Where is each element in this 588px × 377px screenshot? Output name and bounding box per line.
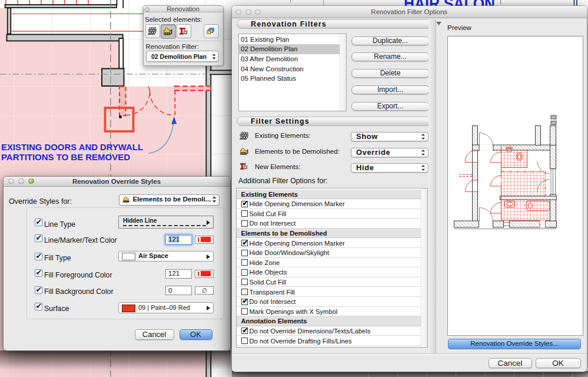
svg-text:EXISTING DOORS AND DRYWALL: EXISTING DOORS AND DRYWALL xyxy=(1,142,143,152)
svg-text:PARTITIONS TO BE REMOVED: PARTITIONS TO BE REMOVED xyxy=(1,152,130,162)
